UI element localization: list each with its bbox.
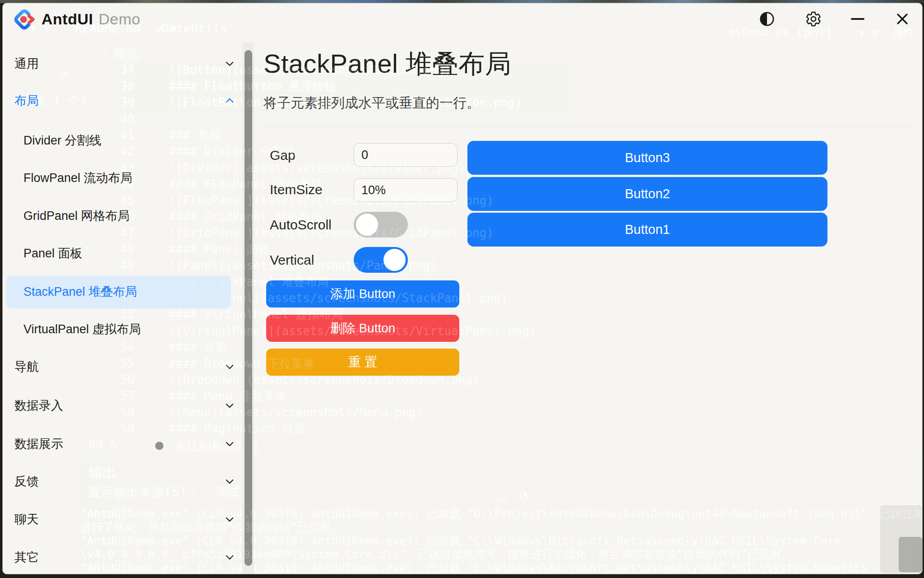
sidebar-item-label: FlowPanel 流动布局 [23, 170, 133, 186]
autoscroll-toggle[interactable] [354, 212, 408, 238]
sidebar-item-label: GridPanel 网格布局 [23, 208, 130, 224]
demo-button-1[interactable]: Button1 [467, 213, 827, 247]
add-button[interactable]: 添加 Button [266, 280, 459, 308]
minimize-icon [851, 18, 864, 20]
remove-button[interactable]: 删除 Button [266, 315, 459, 342]
sidebar-group-label: 通用 [14, 56, 39, 72]
ghost-dark-corner [899, 537, 922, 572]
sidebar-group-label: 数据展示 [14, 436, 63, 452]
sidebar-scrollbar-thumb[interactable] [245, 50, 252, 566]
sidebar-group-label: 其它 [14, 549, 39, 565]
sidebar-item-stackpanel[interactable]: StackPanel 堆叠布局 [3, 281, 242, 303]
settings-button[interactable] [803, 9, 824, 29]
sidebar-item-label: VirtualPanel 虚拟布局 [23, 321, 141, 337]
gear-icon [805, 11, 822, 27]
sidebar-item-label: Panel 面板 [23, 245, 83, 261]
sidebar-item-panel[interactable]: Panel 面板 [3, 242, 242, 264]
chevron-down-icon [223, 399, 236, 412]
sidebar-group-layout[interactable]: 布局 [3, 90, 242, 112]
sidebar-item-label: StackPanel 堆叠布局 [23, 284, 137, 300]
reset-button[interactable]: 重 置 [266, 349, 459, 376]
sidebar-group-navigation[interactable]: 导航 [3, 356, 242, 378]
sidebar-item-label: Divider 分割线 [23, 132, 102, 149]
minimize-button[interactable] [847, 9, 868, 29]
chevron-down-icon [223, 550, 236, 564]
sidebar-item-flowpanel[interactable]: FlowPanel 流动布局 [3, 167, 242, 189]
chevron-up-icon [223, 94, 236, 107]
page-title: StackPanel 堆叠布局 [263, 47, 511, 82]
gap-label: Gap [270, 148, 296, 163]
sidebar-group-chat[interactable]: 聊天 [3, 508, 242, 530]
close-button[interactable] [892, 9, 913, 29]
itemsize-label: ItemSize [270, 182, 323, 197]
chevron-down-icon [223, 437, 236, 451]
header-divider [259, 126, 916, 126]
sidebar-group-data-display[interactable]: 数据展示 [3, 433, 242, 455]
sidebar-group-label: 导航 [14, 359, 39, 375]
chevron-down-icon [223, 57, 236, 70]
sidebar-group-label: 聊天 [14, 511, 39, 527]
demo-button-3[interactable]: Button3 [467, 141, 827, 175]
chevron-down-icon [223, 360, 236, 373]
close-icon [896, 12, 909, 26]
demo-button-2[interactable]: Button2 [467, 177, 827, 211]
itemsize-input[interactable] [354, 178, 457, 202]
window-title: AntdUIDemo [42, 10, 140, 28]
toggle-knob [383, 249, 406, 271]
sidebar-group-general[interactable]: 通用 [3, 53, 242, 75]
sidebar-group-feedback[interactable]: 反馈 [3, 471, 242, 492]
brand-suffix: Demo [98, 10, 140, 28]
vertical-toggle[interactable] [354, 247, 408, 273]
app-logo [11, 6, 38, 33]
sidebar-item-gridpanel[interactable]: GridPanel 网格布局 [3, 205, 242, 227]
vertical-label: Vertical [270, 252, 314, 268]
sidebar-item-virtualpanel[interactable]: VirtualPanel 虚拟布局 [3, 318, 242, 340]
sidebar-group-data-entry[interactable]: 数据录入 [3, 395, 242, 416]
app-window: 37 38 39 40 41 42 43 44 45 46 47 48 49 5… [2, 3, 923, 574]
sidebar-item-divider[interactable]: Divider 分割线 [3, 130, 242, 151]
sidebar-group-label: 数据录入 [14, 397, 63, 414]
page-description: 将子元素排列成水平或垂直的一行。 [263, 94, 480, 112]
sidebar-group-label: 布局 [14, 93, 39, 109]
sidebar-group-label: 反馈 [14, 473, 39, 489]
sidebar-group-other[interactable]: 其它 [3, 546, 242, 568]
theme-half-circle-icon [759, 11, 775, 27]
toggle-knob [356, 214, 378, 236]
chevron-down-icon [223, 475, 236, 488]
brand-name: AntdUI [42, 10, 93, 28]
chevron-down-icon [223, 513, 236, 526]
gap-input[interactable] [354, 143, 457, 167]
theme-toggle-button[interactable] [757, 9, 777, 29]
autoscroll-label: AutoScroll [270, 217, 332, 233]
